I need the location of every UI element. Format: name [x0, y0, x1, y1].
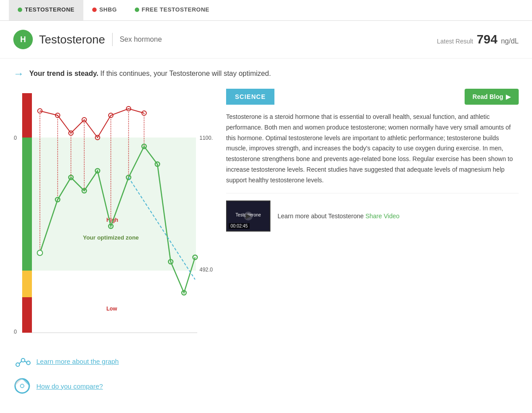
video-description: Learn more about Testosterone Share Vide… — [278, 212, 399, 220]
svg-point-6 — [20, 384, 24, 388]
y-label-250: 250.0 — [13, 329, 17, 335]
video-time: 00:02:45 — [229, 223, 250, 229]
tab-testosterone[interactable]: TESTOSTERONE — [9, 0, 83, 20]
chart-area: 1100.0 1100.0 492.0 250.0 Your optimized… — [13, 89, 213, 339]
share-video-link[interactable]: Share Video — [365, 212, 399, 220]
tab-shbg-label: SHBG — [99, 6, 117, 13]
header-divider — [112, 33, 113, 46]
video-desc-text: Learn more about Testosterone — [278, 212, 364, 220]
read-blog-arrow-icon: ▶ — [506, 93, 511, 100]
y-label-1100-left: 1100.0 — [13, 135, 17, 141]
shbg-dot — [92, 8, 97, 12]
trend-normal: If this continues, your Testosterone wil… — [98, 70, 271, 77]
red-high-bar — [22, 93, 32, 138]
video-row: Testosterone ▶ 00:02:45 Learn more about… — [226, 201, 519, 232]
learn-graph-label: Learn more about the graph — [36, 358, 119, 365]
video-thumbnail[interactable]: Testosterone ▶ 00:02:45 — [226, 201, 270, 232]
green-bar — [22, 138, 32, 271]
free-testosterone-dot — [135, 8, 139, 12]
tab-testosterone-label: TESTOSTERONE — [25, 6, 74, 13]
svg-line-3 — [19, 361, 22, 364]
svg-line-4 — [24, 361, 27, 362]
trend-text: Your trend is steady. If this continues,… — [29, 70, 271, 78]
learn-graph-link[interactable]: Learn more about the graph — [13, 352, 519, 370]
latest-result-unit: ng/dL — [501, 37, 519, 45]
low-label: Low — [106, 306, 117, 312]
page-title: Testosterone — [39, 33, 105, 47]
science-tab-button[interactable]: SCIENCE — [226, 89, 274, 105]
header-subtitle: Sex hormone — [120, 35, 162, 43]
svg-point-2 — [27, 361, 30, 365]
science-panel: SCIENCE Read Blog ▶ Testosterone is a st… — [226, 89, 519, 339]
chart-svg: 1100.0 1100.0 492.0 250.0 Your optimized… — [13, 89, 213, 337]
yellow-bar — [22, 271, 32, 297]
testosterone-dot — [18, 8, 22, 12]
play-icon: ▶ — [244, 212, 253, 220]
science-header: SCIENCE Read Blog ▶ — [226, 89, 519, 105]
how-compare-label: How do you compare? — [36, 382, 103, 390]
latest-result-label: Latest Result — [437, 38, 473, 45]
y-label-492: 492.0 — [200, 267, 213, 273]
first-green-point — [37, 250, 43, 256]
y-label-1100-right: 1100.0 — [200, 135, 213, 141]
chart-svg-container: 1100.0 1100.0 492.0 250.0 Your optimized… — [13, 89, 213, 339]
tab-bar: TESTOSTERONE SHBG FREE TESTOSTERONE — [0, 0, 532, 21]
trend-arrow-icon: → — [13, 67, 24, 80]
page-header: H Testosterone Sex hormone Latest Result… — [0, 21, 532, 59]
red-low-bar — [22, 297, 32, 333]
logo: H — [13, 30, 33, 49]
tab-free-testosterone[interactable]: FREE TESTOSTERONE — [126, 0, 219, 20]
tab-free-testosterone-label: FREE TESTOSTERONE — [142, 6, 210, 13]
latest-result-value: 794 — [477, 32, 497, 47]
trend-section: → Your trend is steady. If this continue… — [0, 59, 532, 84]
science-body-text: Testosterone is a steroid hormone that i… — [226, 112, 519, 193]
latest-result: Latest Result 794 ng/dL — [437, 32, 519, 47]
trend-bold: Your trend is steady. — [29, 70, 98, 77]
main-content: 1100.0 1100.0 492.0 250.0 Your optimized… — [0, 84, 532, 348]
tab-shbg[interactable]: SHBG — [83, 0, 126, 20]
optimized-zone-label: Your optimized zone — [83, 234, 139, 241]
read-blog-button[interactable]: Read Blog ▶ — [465, 89, 519, 105]
how-compare-icon — [13, 377, 31, 395]
read-blog-label: Read Blog — [473, 93, 503, 100]
learn-graph-icon — [13, 352, 31, 370]
how-compare-link[interactable]: How do you compare? — [13, 377, 519, 395]
bottom-links: Learn more about the graph How do you co… — [0, 348, 532, 413]
